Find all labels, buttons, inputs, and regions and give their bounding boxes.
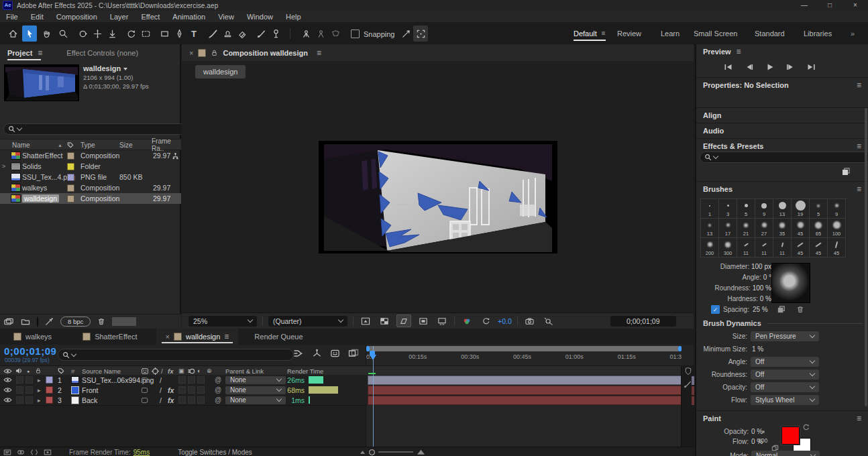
brush-spacing-setting[interactable]: ✓ Spacing: 25 % bbox=[711, 305, 768, 314]
quality-toggle[interactable]: / bbox=[160, 395, 162, 405]
effects-search-input[interactable] bbox=[700, 152, 868, 163]
new-panel-icon[interactable] bbox=[841, 167, 851, 176]
brush-preset[interactable]: 45 bbox=[828, 238, 846, 258]
exposure-value[interactable]: +0.0 bbox=[498, 317, 512, 325]
delete-icon[interactable] bbox=[97, 317, 105, 326]
label-color-swatch[interactable] bbox=[67, 161, 74, 172]
timeline-tab-shattereffect[interactable]: ShatterEffect bbox=[73, 329, 146, 345]
brush-roundness-setting[interactable]: Roundness: 100 % bbox=[699, 284, 771, 292]
paint-panel-menu-icon[interactable]: ≡ bbox=[857, 415, 861, 422]
search-options-chevron-icon[interactable] bbox=[17, 125, 22, 131]
switch-box[interactable] bbox=[178, 385, 186, 395]
layer-row-1[interactable]: ▸ 1 SSU_Tex...06x994.png / @ None 26ms bbox=[0, 375, 694, 386]
selection-tool[interactable] bbox=[22, 25, 37, 42]
draft-3d-icon[interactable] bbox=[312, 349, 322, 358]
properties-panel-title[interactable]: Properties: No Selection bbox=[703, 81, 789, 89]
guides-options-icon[interactable] bbox=[435, 315, 449, 327]
menu-effect[interactable]: Effect bbox=[141, 13, 160, 21]
layer-expander-icon[interactable]: ▸ bbox=[38, 395, 41, 405]
starch-pin-icon[interactable] bbox=[313, 25, 328, 42]
brush-preset[interactable]: 35 bbox=[773, 219, 792, 238]
playhead-line[interactable] bbox=[373, 346, 374, 447]
fx-column-icon[interactable]: fx bbox=[168, 366, 173, 376]
timeline-graph-area[interactable] bbox=[366, 405, 682, 447]
workspace-tab-standard[interactable]: Standard bbox=[755, 23, 785, 44]
dolly-camera-tool[interactable] bbox=[105, 25, 119, 42]
dynamics-flow-dropdown[interactable]: Stylus Wheel bbox=[751, 395, 819, 405]
zoom-slider-track[interactable] bbox=[378, 451, 413, 453]
eye-icon[interactable] bbox=[3, 385, 12, 395]
layer-row-3[interactable]: ▸ 3 Back / fx @ None 1ms bbox=[0, 395, 694, 406]
number-column[interactable]: # bbox=[71, 366, 74, 376]
pickwhip-icon[interactable]: @ bbox=[215, 375, 221, 385]
video-column-icon[interactable] bbox=[3, 366, 12, 376]
collapse-column-icon[interactable] bbox=[152, 366, 159, 376]
timeline-tab-walldesign[interactable]: × walldesign ≡ bbox=[156, 329, 239, 345]
switch-box[interactable] bbox=[178, 375, 186, 385]
column-type[interactable]: Type bbox=[80, 139, 95, 150]
brushes-panel-menu-icon[interactable]: ≡ bbox=[857, 186, 861, 192]
channel-menu-icon[interactable] bbox=[460, 315, 474, 327]
composition-canvas[interactable] bbox=[319, 141, 557, 253]
brush-tool[interactable] bbox=[205, 25, 220, 42]
label-color-swatch[interactable] bbox=[67, 193, 74, 204]
shy-toggle[interactable] bbox=[141, 395, 148, 405]
frame-blend-column-icon[interactable]: ▣ bbox=[178, 366, 184, 376]
brush-preset[interactable]: 9 bbox=[828, 199, 846, 219]
layer-name[interactable]: Front bbox=[82, 385, 99, 395]
project-row-shattereffect[interactable]: ShatterEffect Composition 29.97 bbox=[0, 150, 181, 161]
folder-expander-icon[interactable]: > bbox=[2, 161, 5, 172]
brushes-panel-title[interactable]: Brushes bbox=[703, 185, 733, 193]
time-ruler[interactable]: 0:000:15s00:30s00:45s01:00s01:15s01:3 bbox=[366, 345, 682, 365]
brush-preset[interactable]: 5 bbox=[737, 199, 755, 219]
project-settings-icon[interactable] bbox=[45, 317, 54, 326]
lock-toggle[interactable] bbox=[25, 375, 33, 385]
project-panel-menu-icon[interactable]: ≡ bbox=[38, 50, 42, 56]
toggle-rendertime-pane-icon[interactable] bbox=[44, 449, 52, 456]
toggle-switches-modes-button[interactable]: Toggle Switches / Modes bbox=[178, 449, 252, 456]
rectangle-tool[interactable] bbox=[157, 25, 172, 42]
workspace-tab-learn[interactable]: Learn bbox=[661, 23, 680, 44]
switch-box[interactable] bbox=[188, 375, 195, 385]
new-composition-icon[interactable] bbox=[37, 318, 38, 326]
project-list-header[interactable]: Name ▲ Type Size Frame Ra.. bbox=[0, 139, 181, 150]
lock-column-icon[interactable] bbox=[35, 366, 42, 376]
motion-blur-column-icon[interactable] bbox=[188, 366, 195, 376]
zoom-in-mountain-icon[interactable] bbox=[417, 449, 425, 455]
layer-label-swatch[interactable] bbox=[46, 395, 53, 405]
brush-corner-icon[interactable] bbox=[684, 380, 692, 388]
foreground-color-swatch[interactable] bbox=[781, 426, 800, 445]
lock-toggle[interactable] bbox=[25, 395, 33, 405]
3d-layer-column-icon[interactable]: ⊕ bbox=[207, 366, 212, 376]
minimize-button[interactable]: — bbox=[792, 0, 817, 11]
next-frame-button[interactable] bbox=[783, 62, 798, 72]
parent-dropdown[interactable]: None bbox=[225, 386, 286, 394]
eye-icon[interactable] bbox=[3, 395, 12, 405]
magnification-dropdown[interactable]: 25% bbox=[188, 316, 257, 327]
dynamics-size-dropdown[interactable]: Pen Pressure bbox=[751, 331, 819, 341]
transparency-grid-icon[interactable] bbox=[378, 315, 391, 327]
adjustment-layer-column-icon[interactable]: ◐ bbox=[197, 366, 201, 376]
layer-label-swatch[interactable] bbox=[46, 375, 53, 385]
playhead-handle-tip[interactable] bbox=[370, 355, 376, 360]
brush-preset[interactable]: 11 bbox=[737, 238, 755, 258]
brush-preset[interactable]: 45 bbox=[792, 219, 810, 238]
snap-features-icon[interactable] bbox=[413, 25, 428, 42]
brush-preset[interactable]: 300 bbox=[719, 238, 737, 258]
project-row-ssu-tex-png[interactable]: SSU_Tex...4.png PNG file 850 KB bbox=[0, 172, 181, 182]
brush-preset[interactable]: 5 bbox=[810, 199, 828, 219]
bit-depth-button[interactable]: 8 bpc bbox=[60, 317, 91, 327]
roto-brush-tool[interactable] bbox=[254, 25, 268, 42]
quality-toggle[interactable]: / bbox=[160, 375, 162, 385]
resolution-dropdown[interactable]: (Quarter) bbox=[268, 316, 347, 327]
align-panel-title[interactable]: Align bbox=[703, 111, 722, 119]
shield-icon[interactable] bbox=[684, 367, 692, 376]
dynamics-opacity-dropdown[interactable]: Off bbox=[751, 382, 819, 392]
brush-preset[interactable]: 9 bbox=[755, 199, 773, 219]
layer-duration-bar[interactable] bbox=[368, 386, 682, 395]
close-button[interactable]: × bbox=[843, 0, 868, 11]
label-color-swatch[interactable] bbox=[67, 172, 74, 182]
timeline-tab-walkeys[interactable]: walkeys bbox=[4, 329, 61, 345]
shy-column-icon[interactable] bbox=[141, 366, 149, 376]
column-name[interactable]: Name bbox=[12, 139, 30, 150]
